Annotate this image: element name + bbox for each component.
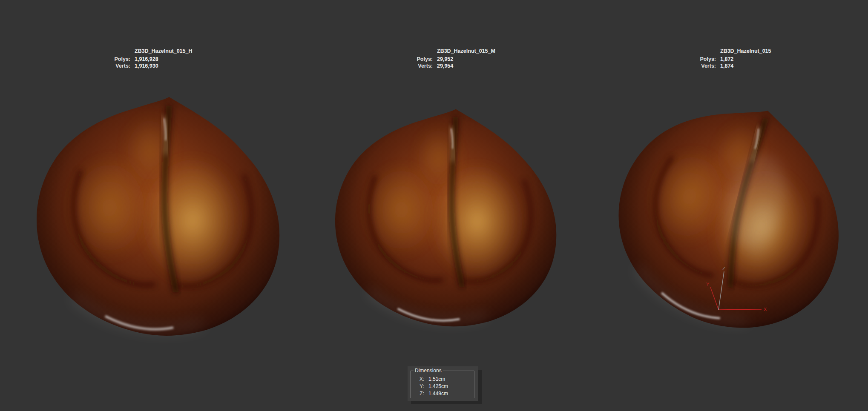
verts-value: 1,874 [720,63,733,69]
polys-row: Polys: 1,872 [696,56,771,63]
dimensions-groupbox: Dimensions X: 1.51cm Y: 1.425cm Z: 1.449… [410,371,474,398]
dimension-row-x: X: 1.51cm [417,376,474,383]
verts-value: 1,916,930 [135,63,158,69]
y-axis-line [710,287,719,310]
polys-value: 29,952 [437,56,453,63]
model-info-low: ZB3D_Hazelnut_015 Polys: 1,872 Verts: 1,… [696,48,771,69]
verts-row: Verts: 1,874 [696,63,771,69]
verts-label: Verts: [110,63,130,69]
model-name: ZB3D_Hazelnut_015_H [135,48,192,54]
x-axis-line [719,309,762,310]
verts-row: Verts: 29,954 [412,63,495,69]
polys-row: Polys: 29,952 [412,56,495,63]
polys-value: 1,916,928 [135,56,158,63]
axis-gizmo: X Y Z [703,265,784,316]
dimension-z-label: Z: [417,390,424,397]
polys-value: 1,872 [720,56,733,63]
dimension-y-value: 1.425cm [428,383,448,390]
model-name: ZB3D_Hazelnut_015_M [437,48,495,54]
x-axis-label: X [764,307,767,312]
dimension-row-z: Z: 1.449cm [417,390,474,397]
dimension-z-value: 1.449cm [428,390,448,397]
model-info-high: ZB3D_Hazelnut_015_H Polys: 1,916,928 Ver… [110,48,192,69]
model-info-mid: ZB3D_Hazelnut_015_M Polys: 29,952 Verts:… [412,48,495,69]
polys-label: Polys: [412,56,433,63]
dimensions-panel[interactable]: Dimensions X: 1.51cm Y: 1.425cm Z: 1.449… [408,366,478,401]
polys-row: Polys: 1,916,928 [110,56,192,63]
verts-label: Verts: [412,63,433,69]
y-axis-label: Y [706,282,710,287]
dimensions-rows: X: 1.51cm Y: 1.425cm Z: 1.449cm [411,376,474,397]
verts-row: Verts: 1,916,930 [110,63,192,69]
polys-label: Polys: [110,56,130,63]
z-axis-line [719,271,724,310]
verts-value: 29,954 [437,63,453,69]
dimension-x-value: 1.51cm [428,376,445,383]
hazelnut-model-high[interactable] [22,93,299,344]
dimension-y-label: Y: [417,383,424,390]
model-name: ZB3D_Hazelnut_015 [720,48,771,54]
polys-label: Polys: [696,56,716,63]
dimensions-title: Dimensions [414,368,443,374]
hazelnut-model-mid[interactable] [322,94,574,345]
z-axis-label: Z [722,266,725,271]
dimension-row-y: Y: 1.425cm [417,383,474,390]
dimension-x-label: X: [417,376,424,383]
verts-label: Verts: [696,63,716,69]
viewport[interactable]: ZB3D_Hazelnut_015_H Polys: 1,916,928 Ver… [0,0,868,411]
